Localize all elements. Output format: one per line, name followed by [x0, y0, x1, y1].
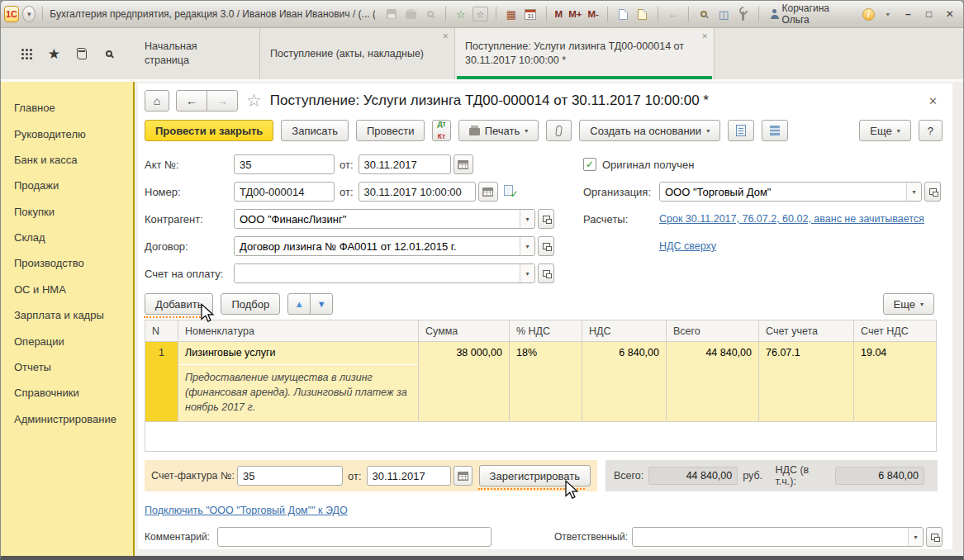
sections-menu-icon[interactable]: [17, 44, 36, 64]
memory-m-button[interactable]: M: [554, 7, 564, 21]
settlements-link[interactable]: Срок 30.11.2017, 76.07.2, 60.02, аванс н…: [659, 213, 924, 225]
dropdown-icon[interactable]: ▾: [906, 183, 921, 201]
calculator-icon[interactable]: ▦: [504, 7, 519, 21]
memory-m-plus-button[interactable]: M+: [567, 7, 582, 21]
organization-input[interactable]: [660, 183, 906, 201]
related-documents-button[interactable]: [728, 120, 754, 141]
current-user[interactable]: Корчагина Ольга: [767, 2, 857, 26]
vat-cell[interactable]: 6 840,00: [582, 342, 667, 422]
close-window-button[interactable]: ✕: [942, 7, 958, 21]
sidebar-item-production[interactable]: Производство: [14, 250, 133, 276]
open-responsible-icon[interactable]: [926, 527, 943, 547]
tab-receipt-document[interactable]: Поступление: Услуги лизинга ТД00-000014 …: [455, 28, 715, 79]
move-row-up-icon[interactable]: ▲: [287, 293, 311, 315]
favorites-icon[interactable]: ☆: [473, 7, 488, 21]
register-invoice-button[interactable]: Зарегистрировать: [479, 465, 591, 486]
history-back-icon[interactable]: ←: [666, 7, 681, 21]
nomenclature-cell[interactable]: Лизинговые услуги Предоставление имущест…: [178, 342, 419, 422]
save-button[interactable]: Записать: [281, 120, 349, 141]
col-sum[interactable]: Сумма: [419, 320, 510, 342]
dropdown-icon[interactable]: ▾: [520, 264, 534, 282]
favorites-panel-icon[interactable]: ★: [44, 44, 64, 64]
tab-home[interactable]: Начальная страница: [135, 28, 260, 79]
col-vat-account[interactable]: Счет НДС: [854, 320, 937, 342]
original-received-checkbox[interactable]: ✓: [583, 158, 596, 171]
settings-wrench-icon[interactable]: [735, 7, 750, 21]
doc-number-input[interactable]: [234, 182, 335, 202]
open-document-icon[interactable]: [634, 7, 649, 21]
sidebar-item-purchases[interactable]: Покупки: [14, 199, 133, 225]
sidebar-item-operations[interactable]: Операции: [14, 328, 133, 354]
sidebar-item-reports[interactable]: Отчеты: [14, 354, 133, 380]
act-number-input[interactable]: [234, 154, 335, 174]
col-vat[interactable]: НДС: [582, 320, 667, 342]
items-more-button[interactable]: Еще ▾: [883, 293, 934, 315]
edo-connect-link[interactable]: Подключить "ООО "Торговый Дом"" к ЭДО: [145, 505, 348, 516]
document-register-button[interactable]: [762, 120, 788, 141]
back-button[interactable]: ←: [176, 90, 207, 112]
sidebar-item-directories[interactable]: Справочники: [14, 380, 133, 406]
close-tab-icon[interactable]: ✕: [442, 32, 449, 40]
add-favorite-icon[interactable]: ☆: [454, 7, 468, 21]
print-button[interactable]: Печать ▾: [458, 120, 539, 141]
invoice-number-input[interactable]: [237, 466, 343, 486]
dropdown-icon[interactable]: ▾: [520, 237, 534, 255]
close-tab-icon[interactable]: ✕: [701, 32, 708, 40]
home-button[interactable]: ⌂: [145, 90, 169, 112]
open-payment-invoice-icon[interactable]: [538, 263, 554, 283]
sum-cell[interactable]: 38 000,00: [419, 342, 510, 422]
vat-mode-link[interactable]: НДС сверху: [659, 240, 716, 252]
attachments-button[interactable]: [546, 120, 572, 141]
payment-invoice-input[interactable]: [235, 264, 520, 282]
vat-account-cell[interactable]: 19.04: [854, 342, 937, 422]
forward-button[interactable]: →: [207, 90, 238, 112]
maximize-button[interactable]: □: [920, 7, 937, 21]
memory-m-minus-button[interactable]: M-: [586, 7, 599, 21]
history-panel-icon[interactable]: [72, 44, 92, 64]
counterparty-input[interactable]: [235, 210, 520, 228]
responsible-input[interactable]: [633, 528, 908, 546]
invoice-date-input[interactable]: [367, 466, 451, 486]
post-and-close-button[interactable]: Провести и закрыть: [145, 120, 273, 141]
sidebar-item-bank-cash[interactable]: Банк и касса: [14, 147, 133, 173]
more-button[interactable]: Еще ▾: [859, 120, 910, 141]
dropdown-icon[interactable]: ▾: [520, 210, 534, 228]
calendar-picker-icon[interactable]: [478, 182, 498, 202]
post-button[interactable]: Провести: [356, 120, 425, 141]
main-menu-button[interactable]: ▾: [22, 6, 36, 22]
favorite-star-icon[interactable]: ☆: [246, 91, 262, 111]
help-button[interactable]: ?: [919, 120, 943, 141]
sidebar-item-manager[interactable]: Руководителю: [14, 121, 133, 146]
preview-icon[interactable]: [422, 7, 437, 21]
sidebar-item-main[interactable]: Главное: [14, 95, 133, 121]
act-date-input[interactable]: [359, 154, 451, 174]
search-icon[interactable]: [696, 7, 711, 21]
comment-input[interactable]: [217, 527, 491, 547]
col-account[interactable]: Счет учета: [759, 320, 854, 342]
sidebar-item-payroll[interactable]: Зарплата и кадры: [14, 302, 133, 328]
open-counterparty-icon[interactable]: [538, 209, 554, 229]
calendar-picker-icon[interactable]: [454, 154, 473, 174]
open-organization-icon[interactable]: [924, 182, 941, 202]
move-row-down-icon[interactable]: ▼: [310, 293, 333, 315]
open-contract-icon[interactable]: [538, 236, 554, 256]
table-row[interactable]: 1 Лизинговые услуги Предоставление имуще…: [145, 342, 937, 422]
split-window-icon[interactable]: ◫: [716, 7, 731, 21]
pick-items-button[interactable]: Подбор: [221, 293, 280, 315]
dropdown-icon[interactable]: ▾: [908, 528, 923, 546]
total-cell[interactable]: 44 840,00: [667, 342, 759, 422]
calendar-icon[interactable]: 31: [523, 7, 538, 21]
print-icon[interactable]: [403, 7, 418, 21]
col-n[interactable]: N: [145, 320, 178, 342]
vat-rate-cell[interactable]: 18%: [510, 342, 582, 422]
new-document-icon[interactable]: [615, 7, 630, 21]
account-cell[interactable]: 76.07.1: [759, 342, 854, 422]
close-form-icon[interactable]: ✕: [924, 93, 943, 109]
info-dropdown-icon[interactable]: ▾: [881, 7, 895, 21]
save-icon[interactable]: [383, 7, 398, 21]
tab-receipts-list[interactable]: Поступление (акты, накладные) ✕: [260, 28, 455, 79]
dt-kt-button[interactable]: Дт Кт: [432, 120, 450, 141]
sidebar-item-administration[interactable]: Администрирование: [14, 406, 133, 432]
minimize-button[interactable]: –: [900, 7, 916, 21]
sidebar-item-fixed-assets[interactable]: ОС и НМА: [14, 277, 133, 302]
